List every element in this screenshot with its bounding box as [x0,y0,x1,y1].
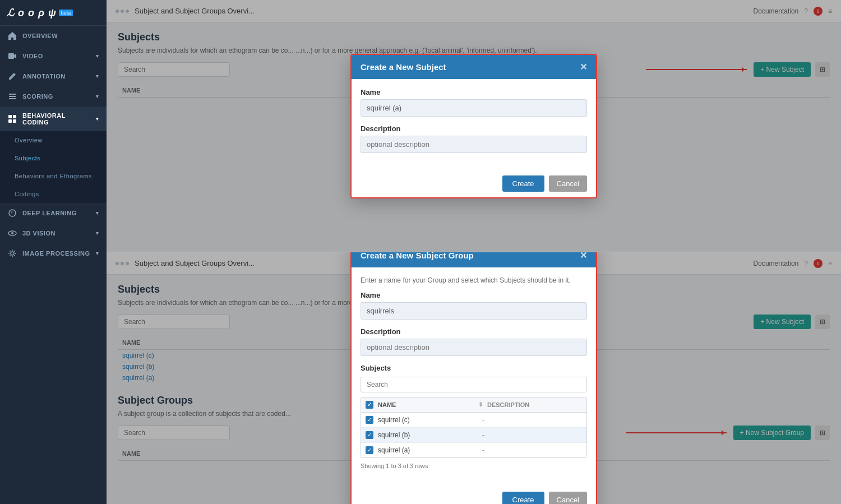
sg-subject-row-1: squirrel (c) - [361,413,586,428]
nav-label-scoring: SCORING [22,93,53,100]
nav-label-3d-vision: 3D VISION [22,230,56,237]
svg-rect-5 [8,115,12,118]
nav-label-annotation: ANNOTATION [22,73,66,80]
sg-subject-row-2: squirrel (b) - [361,428,586,443]
sg-name-label: Name [361,291,587,299]
sg-checkbox-3[interactable] [366,446,373,454]
sg-subjects-table: NAME ⇕ DESCRIPTION squirrel (c) - [361,397,587,458]
nav-label-overview: OVERVIEW [22,33,58,39]
description-label: Description [361,124,587,133]
sg-col-desc-header: DESCRIPTION [487,401,582,408]
create-subject-group-modal: Create a New Subject Group ✕ Enter a nam… [350,252,597,504]
video-icon [8,52,17,61]
nav-label-video: VIDEO [22,53,43,59]
create-subject-modal: Create a New Subject ✕ Name Description [350,54,597,198]
nav-arrow-annotation: ▾ [96,73,99,79]
description-input[interactable] [361,136,587,153]
sg-description-form-group: Description [361,327,587,356]
svg-rect-3 [9,96,16,97]
sg-description-label: Description [361,327,587,336]
description-form-group: Description [361,124,587,153]
nav-sub-label-overview: Overview [15,137,43,144]
sg-subject-desc-1: - [482,416,582,424]
create-subject-group-modal-body: Enter a name for your Group and select w… [352,267,596,486]
sg-subject-name-3: squirrel (a) [378,446,478,454]
create-subject-group-create-button[interactable]: Create [502,492,544,505]
eye-icon [8,229,17,238]
svg-rect-6 [13,115,16,118]
sidebar-item-bc-codings[interactable]: Codings [0,185,107,203]
create-subject-modal-footer: Create Cancel [352,170,596,197]
nav-arrow-video: ▾ [96,53,99,59]
create-subject-modal-title: Create a New Subject [361,62,446,72]
sg-subject-desc-2: - [482,431,582,439]
sidebar-nav: OVERVIEW VIDEO ▾ ANNOTATION ▾ SCORING ▾ … [0,26,107,504]
svg-rect-0 [8,53,14,59]
create-subject-group-cancel-button[interactable]: Cancel [549,492,587,505]
sg-table-header: NAME ⇕ DESCRIPTION [361,397,586,413]
sidebar-item-overview[interactable]: OVERVIEW [0,26,107,46]
app-logo-badge: beta [59,10,73,16]
svg-point-11 [11,232,13,234]
sidebar-item-deep-learning[interactable]: DEEP LEARNING ▾ [0,203,107,223]
grid-icon [8,114,17,123]
sidebar-item-bc-behaviors[interactable]: Behaviors and Ethograms [0,167,107,185]
sg-subject-name-1: squirrel (c) [378,416,478,424]
sg-subjects-form-group: Subjects NAME ⇕ DESCRIPTION [361,364,587,469]
create-subject-create-button[interactable]: Create [502,175,544,192]
sidebar-item-annotation[interactable]: ANNOTATION ▾ [0,66,107,86]
create-subject-group-modal-title: Create a New Subject Group [361,252,474,260]
name-input[interactable] [361,99,587,117]
sg-name-input[interactable] [361,302,587,320]
select-all-checkbox[interactable] [366,401,373,409]
name-label: Name [361,88,587,96]
scoring-icon [8,92,17,101]
sg-name-form-group: Name [361,291,587,320]
svg-point-12 [11,252,14,255]
app-logo: ℒ ο ο ρ ψ [7,7,57,19]
sg-checkbox-2[interactable] [366,431,373,439]
sg-subject-desc-3: - [482,446,582,454]
name-form-group: Name [361,88,587,117]
sg-subjects-search[interactable] [361,377,587,392]
svg-rect-2 [9,94,16,95]
edit-icon [8,72,17,81]
svg-rect-8 [13,119,16,123]
svg-marker-1 [14,54,16,58]
logo-area: ℒ ο ο ρ ψ beta [0,0,107,26]
sidebar-item-3d-vision[interactable]: 3D VISION ▾ [0,223,107,243]
nav-sub-label-behaviors: Behaviors and Ethograms [15,173,92,179]
main-content: Subject and Subject Groups Overvi... Doc… [107,0,841,504]
home-icon [8,31,17,40]
sort-icon-name[interactable]: ⇕ [478,401,483,408]
sg-checkbox-1[interactable] [366,416,373,424]
nav-sub-label-subjects: Subjects [15,155,40,161]
top-panel: Subject and Subject Groups Overvi... Doc… [107,0,841,252]
nav-label-behavioral-coding: BEHAVIORAL CODING [22,112,90,126]
create-subject-cancel-button[interactable]: Cancel [549,175,587,192]
sg-description-input[interactable] [361,339,587,356]
nav-arrow-deep-learning: ▾ [96,210,99,216]
sidebar-item-scoring[interactable]: SCORING ▾ [0,86,107,107]
modal-bottom-intro: Enter a name for your Group and select w… [361,276,587,284]
svg-rect-4 [9,98,16,99]
create-subject-group-modal-close[interactable]: ✕ [580,252,587,261]
nav-arrow-scoring: ▾ [96,94,99,99]
sg-col-name-header: NAME [378,401,473,408]
sg-subject-name-2: squirrel (b) [378,431,478,439]
bottom-modal-overlay[interactable]: Create a New Subject Group ✕ Enter a nam… [107,252,841,504]
sidebar-item-bc-subjects[interactable]: Subjects [0,149,107,167]
create-subject-modal-close[interactable]: ✕ [580,62,587,72]
sidebar-item-image-processing[interactable]: IMAGE PROCESSING ▾ [0,243,107,263]
settings-icon [8,249,17,258]
create-subject-modal-header: Create a New Subject ✕ [352,55,596,79]
sidebar-item-behavioral-coding[interactable]: BEHAVIORAL CODING ▾ [0,107,107,131]
nav-arrow-behavioral-coding: ▾ [96,116,99,122]
sg-subjects-section-label: Subjects [361,364,587,372]
sidebar-item-video[interactable]: VIDEO ▾ [0,46,107,66]
sidebar-item-bc-overview[interactable]: Overview [0,131,107,149]
nav-sub-label-codings: Codings [15,191,39,197]
top-modal-overlay[interactable]: Create a New Subject ✕ Name Description [107,0,841,252]
panels-container: Subject and Subject Groups Overvi... Doc… [107,0,841,504]
nav-label-image-processing: IMAGE PROCESSING [22,250,90,257]
